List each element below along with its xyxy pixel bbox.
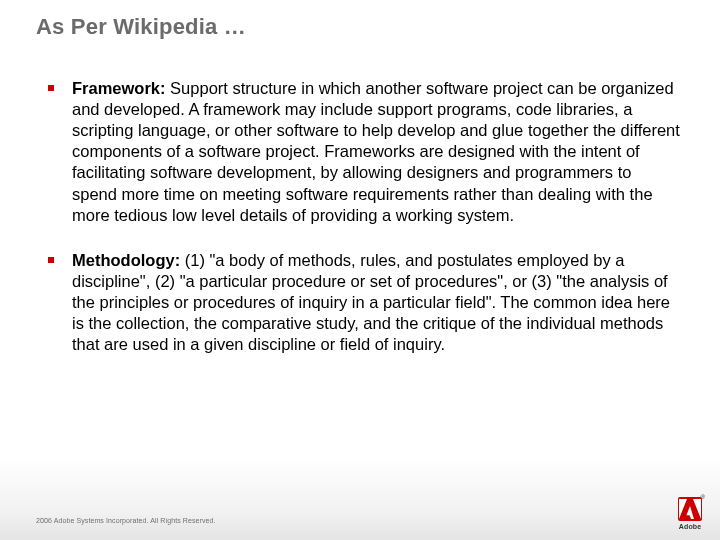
- adobe-brand-text: Adobe: [678, 523, 702, 530]
- bullet-term: Methodology:: [72, 251, 180, 269]
- registered-mark-icon: ®: [701, 494, 705, 500]
- bullet-text: Methodology: (1) "a body of methods, rul…: [72, 250, 680, 356]
- slide-content: Framework: Support structure in which an…: [48, 78, 680, 379]
- slide-title: As Per Wikipedia …: [36, 14, 246, 40]
- bullet-term: Framework:: [72, 79, 166, 97]
- bullet-marker-icon: [48, 257, 54, 263]
- slide: As Per Wikipedia … Framework: Support st…: [0, 0, 720, 540]
- bullet-item: Framework: Support structure in which an…: [48, 78, 680, 226]
- adobe-logo-icon: ®: [678, 497, 702, 521]
- adobe-a-glyph-icon: [679, 499, 701, 519]
- adobe-logo-block: ® Adobe: [678, 497, 702, 530]
- bullet-body: Support structure in which another softw…: [72, 79, 680, 224]
- bullet-text: Framework: Support structure in which an…: [72, 78, 680, 226]
- bullet-marker-icon: [48, 85, 54, 91]
- copyright-footer: 2006 Adobe Systems Incorporated. All Rig…: [36, 517, 216, 524]
- bullet-item: Methodology: (1) "a body of methods, rul…: [48, 250, 680, 356]
